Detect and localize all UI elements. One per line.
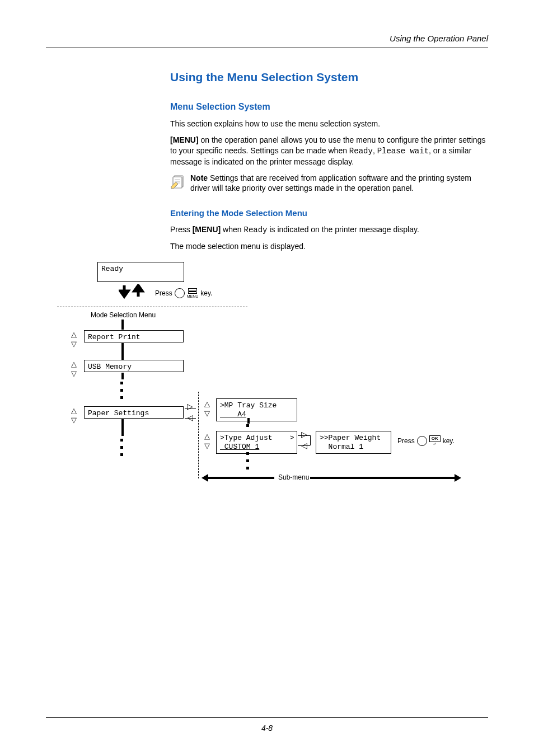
press-menu-paragraph: Press [MENU] when Ready is indicated on … — [170, 224, 488, 236]
note-icon — [170, 174, 186, 190]
lcd-mp-tray-size: >MP Tray Size A4 — [216, 398, 297, 421]
submenu-label: Sub-menu — [278, 473, 309, 481]
submenu-arrow-right — [310, 477, 456, 479]
mode-menu-displayed-paragraph: The mode selection menu is displayed. — [170, 241, 488, 252]
press-ok-key: Press OK ↵ key. — [397, 435, 455, 446]
footer-divider — [46, 717, 488, 718]
dotted-continuation-2 — [246, 424, 249, 427]
nav-right-icon-2: ▷ — [301, 430, 307, 439]
submenu-arrow-left — [207, 477, 274, 479]
arrow-down-up-icon — [119, 284, 147, 301]
connector-bar-5 — [121, 419, 124, 436]
submenu-boundary — [198, 392, 199, 478]
sub-heading-menu-selection: Menu Selection System — [170, 102, 488, 112]
connector-bar-4 — [247, 418, 250, 424]
nav-up-down-icon: △ ▽ — [71, 330, 77, 348]
lcd-usb-memory: USB Memory — [84, 360, 184, 372]
menu-description-paragraph: [MENU] on the operation panel allows you… — [170, 135, 488, 167]
menu-key-label: [MENU] — [170, 135, 199, 144]
lcd-ready: Ready — [97, 262, 184, 282]
note-block: Note Settings that are received from app… — [170, 173, 488, 194]
page-number: 4-8 — [0, 724, 534, 732]
mode-selection-label: Mode Selection Menu — [91, 311, 156, 319]
connector-h-4 — [298, 445, 310, 446]
connector-v-thin — [310, 435, 311, 445]
press-menu-key: Press MENU key. — [155, 288, 212, 298]
main-heading: Using the Menu Selection System — [170, 71, 488, 84]
menu-key-icon: MENU — [187, 288, 199, 298]
lcd-paper-settings: Paper Settings — [84, 406, 184, 419]
connector-bar — [121, 320, 124, 330]
dotted-continuation-3 — [246, 452, 249, 469]
connector-bar-2 — [121, 343, 124, 360]
sub-heading-entering-mode: Entering the Mode Selection Menu — [170, 208, 488, 218]
ok-key-icon: OK ↵ — [429, 435, 441, 446]
note-text: Note Settings that are received from app… — [190, 173, 488, 194]
connector-h-2 — [185, 418, 196, 419]
dashed-separator — [57, 307, 247, 307]
intro-paragraph: This section explains how to use the men… — [170, 119, 488, 129]
lcd-paper-weight: >>Paper Weight Normal 1 — [316, 431, 391, 454]
dotted-continuation-4 — [120, 439, 123, 456]
mode-selection-diagram: Ready Press MENU key. Mode Selection Men… — [57, 262, 488, 486]
nav-up-down-icon-4: △ ▽ — [204, 400, 210, 417]
nav-up-down-icon-2: △ ▽ — [71, 360, 77, 378]
nav-up-down-icon-3: △ ▽ — [71, 406, 77, 424]
nav-up-down-icon-5: △ ▽ — [204, 432, 210, 450]
nav-left-icon: ◁ — [187, 413, 193, 422]
dotted-continuation — [120, 382, 123, 399]
nav-right-icon: ▷ — [187, 402, 193, 411]
lcd-type-adjust: >Type Adjust > CUSTOM 1 — [216, 431, 297, 454]
page-header-section: Using the Operation Panel — [46, 34, 488, 43]
header-divider — [46, 48, 488, 48]
connector-bar-3 — [121, 373, 124, 379]
connector-h-3 — [298, 435, 310, 436]
lcd-report-print: Report Print — [84, 330, 184, 342]
connector-h — [185, 408, 196, 409]
